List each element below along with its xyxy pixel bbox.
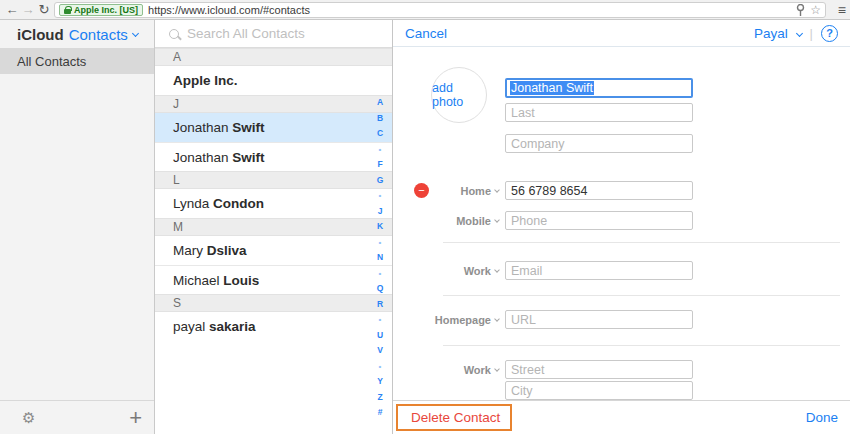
contact-first-name: Jonathan: [173, 150, 229, 165]
contact-row-michael-louis[interactable]: Michael Louis: [155, 265, 392, 294]
address-work-label[interactable]: Work: [393, 360, 499, 379]
index-dot[interactable]: •: [379, 235, 382, 251]
index-letter[interactable]: B: [377, 111, 383, 127]
contact-row-jonathan-swift-2[interactable]: Jonathan Swift: [155, 142, 392, 171]
index-dot[interactable]: •: [379, 359, 382, 375]
chevron-down-icon: [494, 217, 500, 223]
contact-first-name: Michael: [173, 273, 220, 288]
index-letter[interactable]: J: [378, 204, 383, 220]
phone-mobile-label[interactable]: Mobile: [393, 211, 499, 230]
contact-row-mary-dsliva[interactable]: Mary Dsliva: [155, 236, 392, 265]
index-dot[interactable]: •: [379, 188, 382, 204]
index-letter[interactable]: #: [378, 405, 383, 421]
ev-badge-label: Apple Inc. [US]: [74, 5, 138, 15]
last-name-field[interactable]: [505, 103, 693, 122]
done-button[interactable]: Done: [806, 410, 838, 425]
browser-menu-icon[interactable]: ≡: [838, 2, 846, 18]
url-text[interactable]: https://www.icloud.com/#contacts: [148, 4, 310, 16]
contact-last-name: Louis: [223, 273, 259, 288]
index-letter[interactable]: U: [377, 328, 383, 344]
index-letter[interactable]: N: [377, 250, 383, 266]
sidebar-item-all-contacts[interactable]: All Contacts: [0, 48, 154, 74]
cancel-button[interactable]: Cancel: [405, 26, 447, 41]
index-letter[interactable]: R: [377, 297, 383, 313]
index-dot[interactable]: •: [379, 312, 382, 328]
chevron-down-icon[interactable]: [132, 29, 139, 36]
homepage-label[interactable]: Homepage: [393, 310, 499, 329]
index-dot[interactable]: •: [379, 266, 382, 282]
contact-editor-panel: Cancel Payal | ? add photo Jonathan Swif…: [393, 20, 850, 434]
first-name-field[interactable]: Jonathan Swift: [505, 78, 693, 98]
chevron-down-icon: [494, 187, 500, 193]
index-letter[interactable]: Y: [377, 374, 383, 390]
editor-footer: Delete Contact Done: [393, 400, 850, 434]
icloud-contacts-app: iCloud Contacts All Contacts ⚙ + Search …: [0, 20, 850, 434]
index-letter[interactable]: A: [377, 95, 383, 111]
contact-row-jonathan-swift-1[interactable]: Jonathan Swift: [155, 113, 392, 142]
browser-back-icon[interactable]: ←: [4, 1, 20, 19]
gear-icon[interactable]: ⚙: [22, 409, 35, 427]
chevron-down-icon: [494, 366, 500, 372]
company-field[interactable]: [505, 134, 693, 153]
section-header: S: [155, 294, 392, 312]
index-letter[interactable]: Z: [377, 390, 382, 406]
add-contact-button[interactable]: +: [129, 408, 142, 428]
account-menu[interactable]: Payal: [754, 26, 802, 41]
form-divider: [443, 295, 840, 296]
index-letter[interactable]: Q: [377, 281, 384, 297]
homepage-url-input[interactable]: [505, 310, 693, 329]
address-bar[interactable]: Apple Inc. [US] https://www.icloud.com/#…: [54, 2, 826, 18]
index-dot[interactable]: •: [379, 142, 382, 158]
contact-row-payal-sakaria[interactable]: payal sakaria: [155, 312, 392, 341]
pin-icon[interactable]: [796, 4, 805, 17]
browser-reload-icon[interactable]: ↻: [36, 1, 52, 19]
help-icon[interactable]: ?: [821, 25, 838, 42]
email-work-label[interactable]: Work: [393, 261, 499, 280]
search-bar[interactable]: Search All Contacts: [155, 20, 392, 48]
index-letter[interactable]: K: [377, 219, 383, 235]
section-letter: S: [173, 296, 181, 310]
contact-last-name: Swift: [232, 150, 264, 165]
contact-last-name: Apple Inc.: [173, 73, 238, 88]
add-photo-button[interactable]: add photo: [431, 67, 487, 123]
section-header: L: [155, 171, 392, 189]
address-city-input[interactable]: [505, 381, 693, 400]
address-street-input[interactable]: [505, 360, 693, 379]
contact-first-name: payal: [173, 319, 205, 334]
delete-contact-button[interactable]: Delete Contact: [411, 410, 500, 425]
section-letter: L: [173, 173, 180, 187]
index-letter[interactable]: F: [377, 157, 382, 173]
search-placeholder: Search All Contacts: [187, 26, 305, 41]
section-header: J: [155, 95, 392, 113]
contact-first-name: Lynda: [173, 196, 209, 211]
section-header: A: [155, 48, 392, 66]
index-letter[interactable]: G: [377, 173, 384, 189]
chevron-down-icon: [494, 267, 500, 273]
chevron-down-icon: [796, 29, 803, 36]
email-work-input[interactable]: [505, 261, 693, 280]
search-icon: [169, 29, 179, 39]
app-switcher[interactable]: Contacts: [69, 26, 128, 43]
contact-row-apple-inc[interactable]: Apple Inc.: [155, 66, 392, 95]
ev-certificate-badge[interactable]: Apple Inc. [US]: [59, 4, 143, 16]
sidebar-header: iCloud Contacts: [0, 20, 154, 48]
phone-home-input[interactable]: [505, 181, 693, 200]
account-name: Payal: [754, 26, 788, 41]
section-letter: A: [173, 50, 181, 64]
section-letter: J: [173, 97, 179, 111]
contact-first-name: Mary: [173, 243, 203, 258]
browser-forward-icon[interactable]: →: [20, 1, 36, 19]
section-letter: M: [173, 220, 183, 234]
index-letter[interactable]: V: [377, 343, 383, 359]
icloud-brand-label: iCloud: [17, 26, 64, 43]
contact-row-lynda-condon[interactable]: Lynda Condon: [155, 189, 392, 218]
editor-header: Cancel Payal | ?: [393, 20, 850, 47]
contact-last-name: Dsliva: [207, 243, 247, 258]
phone-home-label[interactable]: Home: [393, 181, 499, 200]
phone-mobile-input[interactable]: [505, 211, 693, 230]
index-letter[interactable]: C: [377, 126, 383, 142]
contact-last-name: sakaria: [209, 319, 256, 334]
contact-last-name: Swift: [232, 120, 264, 135]
bookmark-star-icon[interactable]: ☆: [810, 4, 821, 16]
add-photo-label: add photo: [432, 81, 486, 109]
